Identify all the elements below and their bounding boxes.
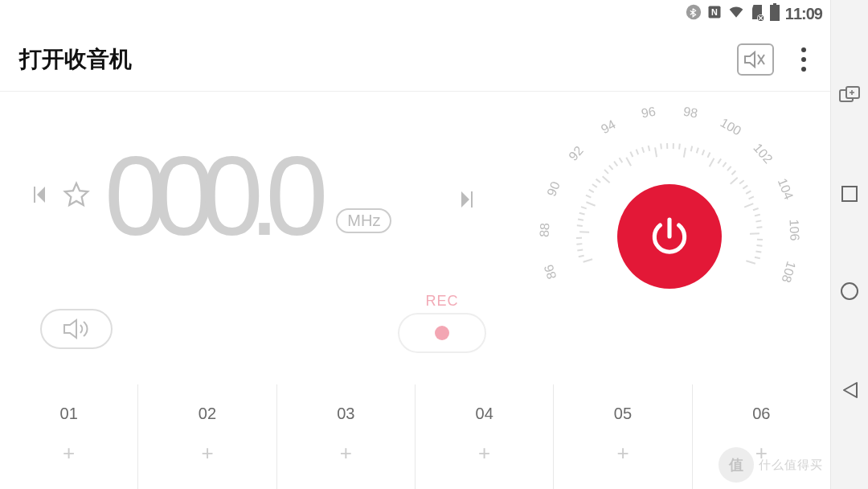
nfc-icon: N bbox=[706, 4, 723, 24]
power-button[interactable] bbox=[617, 184, 722, 289]
dial-tick bbox=[577, 249, 583, 251]
dial-tick bbox=[696, 147, 699, 153]
battery-icon bbox=[769, 3, 780, 25]
favorite-button[interactable] bbox=[63, 181, 90, 212]
dial-number: 108 bbox=[777, 255, 800, 290]
dial-tick bbox=[578, 218, 583, 220]
dial-tick bbox=[629, 151, 633, 157]
dial-tick bbox=[604, 169, 608, 174]
dial-tick bbox=[744, 203, 754, 208]
dial-tick bbox=[746, 260, 755, 264]
dial-number: 106 bbox=[786, 214, 802, 247]
dial-number: 92 bbox=[560, 137, 592, 171]
dial-number: 86 bbox=[538, 255, 562, 290]
dial-tick bbox=[625, 157, 632, 166]
dial-tick bbox=[636, 149, 639, 154]
dial-tick bbox=[717, 158, 721, 164]
svg-rect-9 bbox=[842, 187, 857, 201]
dial-tick bbox=[577, 224, 583, 227]
appbar-actions bbox=[737, 43, 811, 76]
record-pill bbox=[398, 313, 486, 353]
dial-tick bbox=[748, 196, 754, 200]
dial-tick bbox=[757, 239, 763, 240]
watermark-text: 什么值得买 bbox=[759, 458, 823, 473]
dial-tick bbox=[730, 177, 738, 184]
dial-tick bbox=[579, 255, 584, 258]
preset-slot-2[interactable]: 02+ bbox=[137, 384, 276, 489]
preset-slot-4[interactable]: 04+ bbox=[415, 384, 553, 489]
home-button[interactable] bbox=[840, 281, 859, 304]
seek-next-button[interactable] bbox=[458, 188, 474, 214]
dial-tick bbox=[755, 257, 760, 260]
dial-number: 102 bbox=[747, 137, 779, 171]
dial-number: 98 bbox=[674, 103, 707, 122]
preset-row: 01+ 02+ 03+ 04+ 05+ 06+ bbox=[0, 384, 830, 489]
dial-tick bbox=[586, 201, 596, 206]
dial-tick bbox=[579, 231, 589, 233]
dial-tick bbox=[648, 146, 651, 151]
tuner-area: 000.0 MHz REC 86889092949698100102104106… bbox=[0, 92, 830, 381]
frequency-row: 000.0 MHz bbox=[32, 140, 391, 253]
dial-number: 100 bbox=[713, 113, 748, 141]
plus-icon: + bbox=[616, 441, 628, 466]
dial-tick bbox=[750, 232, 760, 235]
clock: 11:09 bbox=[785, 5, 822, 23]
status-bar: N 11:09 bbox=[0, 0, 830, 27]
dial-number: 104 bbox=[772, 171, 798, 207]
dial-tick bbox=[619, 158, 623, 163]
dial-tick bbox=[756, 244, 762, 247]
dial-number: 90 bbox=[541, 171, 567, 207]
app-bar: 打开收音机 bbox=[0, 27, 830, 92]
watermark-logo: 值 bbox=[719, 447, 754, 483]
preset-slot-3[interactable]: 03+ bbox=[276, 384, 415, 489]
dial-tick bbox=[586, 195, 592, 199]
preset-slot-5[interactable]: 05+ bbox=[553, 384, 691, 489]
frequency-display: 000.0 bbox=[104, 140, 313, 253]
wifi-icon bbox=[727, 4, 745, 24]
dial-tick bbox=[683, 148, 686, 158]
mute-button[interactable] bbox=[737, 43, 774, 76]
svg-rect-6 bbox=[770, 5, 780, 21]
plus-icon: + bbox=[478, 441, 490, 466]
dial-tick bbox=[755, 250, 761, 253]
dial-tick bbox=[583, 258, 592, 262]
record-label: REC bbox=[394, 293, 490, 310]
dial-number: 94 bbox=[592, 113, 627, 141]
dial-tick bbox=[576, 237, 582, 239]
dual-window-button[interactable] bbox=[839, 86, 860, 109]
speaker-button[interactable] bbox=[40, 309, 113, 349]
more-menu-button[interactable] bbox=[796, 43, 811, 76]
dial-tick bbox=[739, 179, 745, 184]
record-button[interactable]: REC bbox=[394, 293, 490, 353]
dial-tick bbox=[581, 206, 587, 209]
record-dot-icon bbox=[435, 326, 449, 340]
dial-tick bbox=[756, 226, 762, 228]
system-nav-bar bbox=[830, 0, 868, 489]
dial-tick bbox=[678, 144, 681, 150]
dial-tick bbox=[579, 212, 585, 216]
recent-apps-button[interactable] bbox=[841, 185, 858, 206]
dial-tick bbox=[707, 152, 711, 158]
plus-icon: + bbox=[63, 441, 75, 466]
dial-tick bbox=[755, 220, 761, 222]
back-button[interactable] bbox=[841, 380, 858, 403]
dial-tick bbox=[743, 185, 748, 190]
dial-tick bbox=[613, 161, 618, 166]
dial-tick bbox=[588, 189, 594, 193]
dial-tick bbox=[753, 208, 759, 211]
unit-badge: MHz bbox=[336, 208, 391, 233]
svg-rect-5 bbox=[773, 3, 776, 5]
watermark: 值 什么值得买 bbox=[719, 447, 823, 483]
dial-tick bbox=[666, 143, 668, 149]
tuning-dial[interactable]: 86889092949698100102104106108 bbox=[533, 100, 806, 373]
preset-slot-1[interactable]: 01+ bbox=[0, 384, 137, 489]
app-screen: N 11:09 打开收音机 000.0 bbox=[0, 0, 830, 489]
dial-number: 96 bbox=[632, 103, 665, 122]
svg-point-10 bbox=[841, 283, 858, 299]
dial-tick bbox=[690, 146, 694, 151]
dial-tick bbox=[673, 143, 674, 149]
page-title: 打开收音机 bbox=[19, 44, 132, 75]
dial-tick bbox=[592, 183, 597, 188]
seek-prev-button[interactable] bbox=[32, 183, 48, 209]
sim-icon bbox=[750, 3, 764, 25]
